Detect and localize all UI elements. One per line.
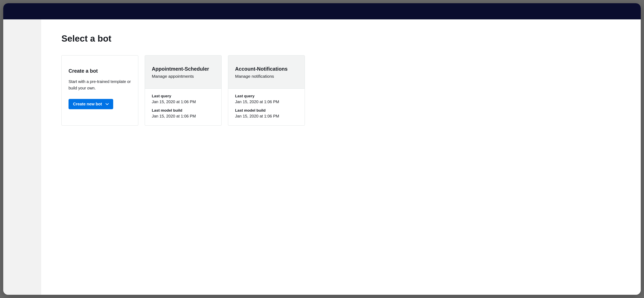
last-query-value: Jan 15, 2020 at 1:06 PM xyxy=(235,99,298,104)
last-build-stat: Last model build Jan 15, 2020 at 1:06 PM xyxy=(235,108,298,118)
last-build-label: Last model build xyxy=(152,108,214,113)
bot-card[interactable]: Account-Notifications Manage notificatio… xyxy=(228,55,305,126)
create-bot-title: Create a bot xyxy=(68,68,131,74)
create-bot-card: Create a bot Start with a pre-trained te… xyxy=(62,55,138,126)
last-build-stat: Last model build Jan 15, 2020 at 1:06 PM xyxy=(152,108,214,118)
content-area: Select a bot Create a bot Start with a p… xyxy=(3,19,641,295)
bot-card-header: Appointment-Scheduler Manage appointment… xyxy=(145,55,221,89)
last-query-label: Last query xyxy=(152,94,214,98)
last-query-stat: Last query Jan 15, 2020 at 1:06 PM xyxy=(235,94,298,104)
bot-description: Manage appointments xyxy=(152,74,214,79)
create-button-label: Create new bot xyxy=(73,102,102,106)
bot-card[interactable]: Appointment-Scheduler Manage appointment… xyxy=(145,55,222,126)
create-bot-description: Start with a pre-trained template or bui… xyxy=(68,78,131,91)
bot-description: Manage notifications xyxy=(235,74,298,79)
bot-card-body: Last query Jan 15, 2020 at 1:06 PM Last … xyxy=(228,89,304,125)
last-build-value: Jan 15, 2020 at 1:06 PM xyxy=(152,114,214,118)
last-query-value: Jan 15, 2020 at 1:06 PM xyxy=(152,99,214,104)
create-new-bot-button[interactable]: Create new bot xyxy=(68,99,113,109)
last-query-label: Last query xyxy=(235,94,298,98)
bot-card-header: Account-Notifications Manage notificatio… xyxy=(228,55,304,89)
bot-name: Appointment-Scheduler xyxy=(152,66,214,72)
last-build-label: Last model build xyxy=(235,108,298,113)
app-window: Select a bot Create a bot Start with a p… xyxy=(3,3,641,295)
page-title: Select a bot xyxy=(62,33,620,44)
cards-row: Create a bot Start with a pre-trained te… xyxy=(62,55,620,126)
last-query-stat: Last query Jan 15, 2020 at 1:06 PM xyxy=(152,94,214,104)
chevron-down-icon xyxy=(106,103,109,105)
top-nav-bar xyxy=(3,3,641,19)
last-build-value: Jan 15, 2020 at 1:06 PM xyxy=(235,114,298,118)
sidebar xyxy=(3,19,41,295)
main-content: Select a bot Create a bot Start with a p… xyxy=(41,19,641,295)
bot-card-body: Last query Jan 15, 2020 at 1:06 PM Last … xyxy=(145,89,221,125)
bot-name: Account-Notifications xyxy=(235,66,298,72)
